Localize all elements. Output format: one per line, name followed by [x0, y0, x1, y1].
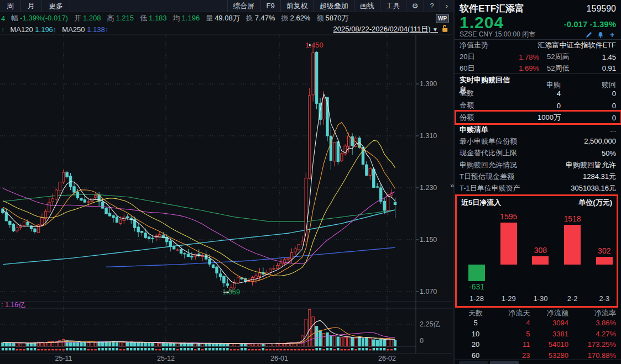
- menu-item-综合屏[interactable]: 综合屏: [227, 0, 260, 12]
- stat-value: 2.62%: [290, 14, 311, 22]
- stat-高: 高1.215: [107, 13, 134, 23]
- inflow-value: -631: [461, 282, 493, 291]
- more-arrow-icon[interactable]: ›: [440, 0, 453, 12]
- stat-value: 1.196: [182, 14, 200, 22]
- inflow-value: 1518: [556, 214, 588, 223]
- partial-stat: 4: [1, 14, 5, 23]
- rt-redeem-value: 0: [561, 102, 616, 110]
- inflow-date: 1-30: [524, 294, 556, 303]
- svg-text:26-01: 26-01: [270, 355, 288, 362]
- bottom-tab-partial[interactable]: [459, 361, 488, 364]
- menu-item-工具[interactable]: 工具: [380, 0, 406, 12]
- add-icon[interactable]: +: [608, 31, 616, 38]
- flow-header: 净流率: [568, 308, 616, 318]
- list-value: 3051038.16元: [571, 183, 616, 193]
- stat-label: 换: [246, 14, 253, 22]
- tab-周[interactable]: 周: [0, 0, 21, 12]
- stat-label: 振: [281, 14, 289, 22]
- stat-幅: 幅-1.39%(-0.017): [11, 13, 68, 23]
- stat-label: 额: [316, 14, 323, 22]
- wp-badge[interactable]: WP: [436, 14, 449, 23]
- help-icon[interactable]: ?: [424, 0, 439, 12]
- tab-更多[interactable]: 更多: [42, 0, 70, 12]
- inflow-bar: [468, 265, 485, 281]
- list-row: T-1日单位申赎资产3051038.16元: [455, 182, 621, 194]
- list-rows: 最小申赎单位份额2,500,000现金替代比例上限50%申购赎回允许情况申购赎回…: [455, 135, 621, 194]
- stat-value: 5870万: [325, 14, 348, 22]
- stat-label: 量: [206, 14, 213, 22]
- nav-row: 60日1.69%52周低0.91: [455, 62, 621, 74]
- menu-item-前复权[interactable]: 前复权: [280, 0, 314, 12]
- bell-icon[interactable]: [597, 31, 604, 38]
- gear-icon[interactable]: ⚙: [406, 0, 424, 12]
- svg-text:2.25亿: 2.25亿: [420, 320, 440, 328]
- bottom-tab-partial[interactable]: [490, 361, 519, 364]
- list-row: T日预估现金差额1284.31元: [455, 171, 621, 182]
- menu-item-画线[interactable]: 画线: [354, 0, 380, 12]
- flow-cell: 5: [460, 319, 492, 327]
- nav-value2: 1.45: [583, 53, 616, 61]
- rt-label: 金额: [460, 101, 510, 110]
- ma-value: 1.138↑: [87, 25, 108, 34]
- stat-开: 开1.208: [74, 13, 101, 23]
- flow-header: 天数: [460, 308, 492, 318]
- date-range-text: 2025/08/22-2026/02/04(111日): [333, 25, 431, 33]
- flow-cell: 173.25%: [568, 340, 616, 349]
- inflow-value: 1595: [493, 212, 525, 221]
- chart-region: 周月更多综合屏F9前复权超级叠加画线工具⚙?› 4 幅-1.39%(-0.017…: [0, 0, 453, 364]
- panel-expander-icon[interactable]: »: [450, 181, 454, 189]
- col-subscribe: 申购: [510, 80, 561, 90]
- ma-label: MA120: [11, 25, 35, 34]
- flow-cell: 60: [460, 351, 492, 360]
- stock-code: 159590: [587, 4, 616, 14]
- date-range-selector[interactable]: 2025/08/22-2026/02/04(111日) ▼: [333, 24, 438, 34]
- tab-月[interactable]: 月: [21, 0, 42, 12]
- flow-cell: 4: [492, 319, 530, 327]
- candlestick-chart[interactable]: 1.3901.3101.2301.1501.0702.25亿025-1125-1…: [0, 34, 453, 364]
- flow-header: 净流额: [530, 308, 569, 318]
- flow-cell: 54010: [530, 340, 569, 349]
- realtime-row-金额: 金额00: [455, 99, 621, 112]
- svg-text:: 1.16亿: : 1.16亿: [1, 301, 25, 309]
- rt-label: 笔数: [460, 88, 510, 98]
- menu-item-F9[interactable]: F9: [260, 0, 280, 12]
- trading-app-window: 周月更多综合屏F9前复权超级叠加画线工具⚙?› 4 幅-1.39%(-0.017…: [0, 0, 621, 364]
- menu-item-超级叠加[interactable]: 超级叠加: [314, 0, 354, 12]
- nav-label2: 52周低: [547, 64, 583, 73]
- list-title: 申赎清单: [460, 125, 488, 135]
- edit-icon[interactable]: [585, 31, 593, 38]
- rt-subscribe-value: 0: [510, 102, 561, 110]
- more-ellipsis[interactable]: ...: [610, 125, 616, 134]
- toolbar-spacer: [70, 0, 227, 12]
- inflow-date: 2-2: [556, 294, 588, 303]
- unlock-icon[interactable]: [441, 24, 449, 35]
- stat-label: 均: [173, 14, 180, 22]
- stat-label: 幅: [11, 14, 18, 22]
- nav-label: 20日: [460, 52, 488, 62]
- list-label: T日预估现金差额: [460, 172, 514, 182]
- svg-text:1.070: 1.070: [420, 288, 437, 296]
- rt-subscribe-value: 4: [510, 89, 561, 98]
- inflow-value: 308: [524, 246, 556, 255]
- list-label: 最小申赎单位份额: [460, 136, 517, 146]
- flow-table-row: 10533814.27%: [455, 329, 621, 340]
- flow-table-section: 天数净流天净流额净流率 5430943.86%10533814.27%20115…: [455, 308, 621, 361]
- realtime-rows: 笔数40金额00份额1000万0: [455, 87, 621, 124]
- nav-section: 净值走势 汇添富中证全指软件ETF 20日1.78%52周高1.4560日1.6…: [455, 40, 621, 74]
- svg-text:25-11: 25-11: [55, 355, 72, 362]
- realtime-row-份额: 份额1000万0: [455, 112, 621, 124]
- stat-value: 1.215: [116, 14, 134, 22]
- stat-value: 49.08万: [215, 14, 240, 22]
- svg-text:1.230: 1.230: [420, 184, 437, 192]
- stat-items: 幅-1.39%(-0.017)开1.208高1.215低1.183均1.196量…: [11, 13, 354, 23]
- inflow-bar: [564, 225, 581, 265]
- flow-cell: 3094: [530, 319, 569, 327]
- divider: [455, 360, 621, 360]
- nav-value: 1.78%: [488, 53, 539, 61]
- stat-label: 低: [140, 14, 147, 22]
- exchange-meta: SZSE CNY 15:00:00 闭市: [460, 30, 535, 39]
- stat-value: -1.39%(-0.017): [20, 14, 68, 22]
- flow-cell: 4.27%: [568, 330, 616, 338]
- flow-cell: 170.88%: [568, 351, 616, 360]
- nav-value2: 0.91: [583, 64, 616, 72]
